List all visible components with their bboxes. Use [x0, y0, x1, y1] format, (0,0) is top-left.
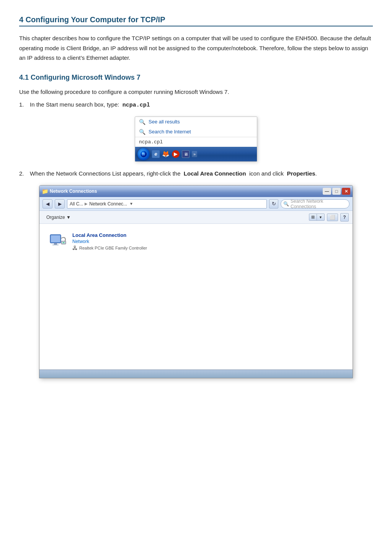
adapter-icon: 🖧 — [72, 245, 78, 251]
step-1: 1. In the Start menu search box, type: n… — [19, 100, 373, 110]
svg-rect-3 — [54, 243, 57, 245]
search-icon-2: 🔍 — [139, 129, 145, 135]
taskbar: e 🦊 ▶ 🖥 » — [135, 147, 257, 161]
search-icon-1: 🔍 — [139, 119, 145, 125]
svg-rect-2 — [51, 235, 60, 242]
svg-point-0 — [140, 151, 147, 157]
query-row: ncpa.cpl — [135, 137, 257, 147]
taskbar-icon-1: e — [152, 150, 160, 158]
toolbar: Organize ▼ ⊞ ▼ ⬜ ? — [39, 211, 353, 224]
step-1-code: ncpa.cpl — [122, 102, 150, 108]
connection-name: Local Area Connection — [72, 232, 147, 238]
connection-adapter-row: 🖧 Realtek PCIe GBE Family Controller — [72, 245, 147, 251]
see-all-results-row: 🔍 See all results — [135, 117, 257, 127]
minimize-button[interactable]: — — [323, 188, 331, 195]
search-box[interactable]: 🔍 Search Network Connections — [281, 199, 350, 209]
toolbar-right: ⊞ ▼ ⬜ ? — [309, 213, 349, 222]
window-statusbar — [39, 369, 353, 378]
address-bar: ◀ ▶ All C... ▶ Network Connec... ▼ ↻ 🔍 S… — [39, 197, 353, 211]
step-2: 2. When the Network Connections List app… — [19, 169, 373, 179]
search-popup-screenshot: 🔍 See all results 🔍 Search the Internet … — [135, 117, 257, 162]
connection-icon — [49, 232, 67, 251]
step-2-number: 2. — [19, 169, 30, 179]
taskbar-chevron: » — [192, 151, 197, 157]
step-2-content: When the Network Connections List appear… — [30, 169, 317, 179]
bold-properties: Properties — [287, 170, 315, 177]
taskbar-icon-2: 🦊 — [162, 150, 170, 158]
view-dropdown[interactable]: ▼ — [317, 215, 324, 220]
search-box-icon: 🔍 — [283, 201, 289, 207]
organize-button[interactable]: Organize ▼ — [43, 214, 74, 221]
path-part2: Network Connec... — [89, 201, 127, 207]
svg-point-8 — [63, 242, 64, 243]
connection-info: Local Area Connection Network 🖧 Realtek … — [72, 232, 147, 251]
network-adapter-svg — [49, 232, 67, 251]
local-area-connection-item[interactable]: Local Area Connection Network 🖧 Realtek … — [46, 229, 346, 254]
taskbar-icon-4: 🖥 — [182, 150, 189, 158]
svg-rect-4 — [52, 245, 59, 245]
window-titlebar: 📁 Network Connections — □ ✕ — [39, 186, 353, 197]
path-dropdown-arrow[interactable]: ▼ — [129, 202, 133, 206]
chapter-description: This chapter describes how to configure … — [19, 33, 373, 63]
taskbar-icon-3: ▶ — [172, 150, 180, 158]
section-intro-text: Use the following procedure to configure… — [19, 87, 373, 97]
chapter-title: 4 Configuring Your Computer for TCP/IP — [19, 15, 373, 26]
bold-local-area: Local Area Connection — [184, 170, 246, 177]
window-controls: — □ ✕ — [323, 188, 350, 195]
panel-icon[interactable]: ⬜ — [327, 213, 338, 221]
window-title: Network Connections — [50, 189, 97, 194]
network-connections-window: 📁 Network Connections — □ ✕ ◀ ▶ All C...… — [39, 185, 353, 378]
maximize-button[interactable]: □ — [332, 188, 341, 195]
help-icon[interactable]: ? — [340, 213, 349, 222]
search-internet-row: 🔍 Search the Internet — [135, 127, 257, 137]
connection-status: Network — [72, 239, 147, 244]
search-box-placeholder: Search Network Connections — [291, 199, 347, 209]
forward-button[interactable]: ▶ — [55, 199, 65, 209]
address-path[interactable]: All C... ▶ Network Connec... ▼ — [67, 199, 267, 209]
connection-adapter-text: Realtek PCIe GBE Family Controller — [79, 246, 147, 250]
step-1-text: In the Start menu search box, type: ncpa… — [30, 100, 150, 110]
path-sep-1: ▶ — [85, 202, 88, 206]
svg-point-7 — [64, 242, 64, 243]
search-internet-label: Search the Internet — [149, 129, 191, 135]
query-text: ncpa.cpl — [139, 139, 163, 145]
view-icon-grid[interactable]: ⊞ — [309, 214, 317, 220]
start-button[interactable] — [137, 148, 150, 160]
see-all-results-label: See all results — [149, 119, 180, 125]
path-part1: All C... — [70, 201, 83, 207]
refresh-button[interactable]: ↻ — [269, 199, 278, 209]
titlebar-left: 📁 Network Connections — [42, 188, 97, 194]
section-4-1-title: 4.1 Configuring Microsoft Windows 7 — [19, 74, 373, 82]
back-button[interactable]: ◀ — [42, 199, 52, 209]
close-button[interactable]: ✕ — [342, 188, 350, 195]
window-folder-icon: 📁 — [42, 188, 48, 194]
window-content: Local Area Connection Network 🖧 Realtek … — [39, 224, 353, 369]
view-controls: ⊞ ▼ — [309, 213, 325, 221]
step-1-number: 1. — [19, 100, 30, 110]
